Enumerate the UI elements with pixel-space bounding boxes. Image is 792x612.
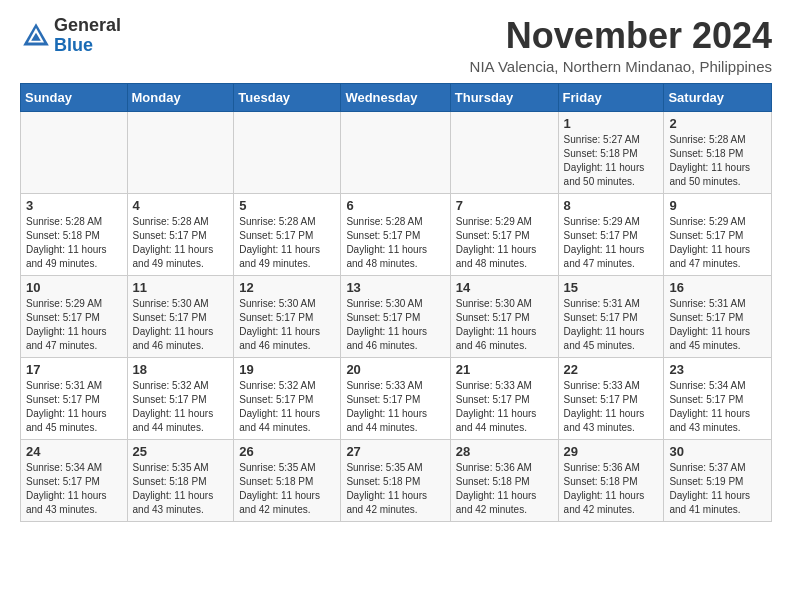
- week-row-3: 10Sunrise: 5:29 AM Sunset: 5:17 PM Dayli…: [21, 275, 772, 357]
- month-title: November 2024: [470, 16, 772, 56]
- day-cell: 2Sunrise: 5:28 AM Sunset: 5:18 PM Daylig…: [664, 111, 772, 193]
- day-cell: 22Sunrise: 5:33 AM Sunset: 5:17 PM Dayli…: [558, 357, 664, 439]
- day-info: Sunrise: 5:29 AM Sunset: 5:17 PM Dayligh…: [669, 215, 766, 271]
- day-info: Sunrise: 5:28 AM Sunset: 5:17 PM Dayligh…: [239, 215, 335, 271]
- week-row-1: 1Sunrise: 5:27 AM Sunset: 5:18 PM Daylig…: [21, 111, 772, 193]
- day-info: Sunrise: 5:31 AM Sunset: 5:17 PM Dayligh…: [564, 297, 659, 353]
- day-info: Sunrise: 5:36 AM Sunset: 5:18 PM Dayligh…: [456, 461, 553, 517]
- title-block: November 2024 NIA Valencia, Northern Min…: [470, 16, 772, 75]
- day-cell: 20Sunrise: 5:33 AM Sunset: 5:17 PM Dayli…: [341, 357, 450, 439]
- day-number: 23: [669, 362, 766, 377]
- logo-blue-text: Blue: [54, 35, 93, 55]
- day-info: Sunrise: 5:28 AM Sunset: 5:18 PM Dayligh…: [26, 215, 122, 271]
- header-tuesday: Tuesday: [234, 83, 341, 111]
- calendar-header: SundayMondayTuesdayWednesdayThursdayFrid…: [21, 83, 772, 111]
- day-cell: [450, 111, 558, 193]
- day-info: Sunrise: 5:35 AM Sunset: 5:18 PM Dayligh…: [133, 461, 229, 517]
- day-cell: [341, 111, 450, 193]
- day-number: 10: [26, 280, 122, 295]
- day-info: Sunrise: 5:29 AM Sunset: 5:17 PM Dayligh…: [26, 297, 122, 353]
- day-number: 6: [346, 198, 444, 213]
- day-cell: 21Sunrise: 5:33 AM Sunset: 5:17 PM Dayli…: [450, 357, 558, 439]
- week-row-5: 24Sunrise: 5:34 AM Sunset: 5:17 PM Dayli…: [21, 439, 772, 521]
- day-number: 4: [133, 198, 229, 213]
- day-cell: 24Sunrise: 5:34 AM Sunset: 5:17 PM Dayli…: [21, 439, 128, 521]
- day-cell: 14Sunrise: 5:30 AM Sunset: 5:17 PM Dayli…: [450, 275, 558, 357]
- day-number: 14: [456, 280, 553, 295]
- day-number: 26: [239, 444, 335, 459]
- day-cell: 11Sunrise: 5:30 AM Sunset: 5:17 PM Dayli…: [127, 275, 234, 357]
- day-info: Sunrise: 5:30 AM Sunset: 5:17 PM Dayligh…: [456, 297, 553, 353]
- calendar-body: 1Sunrise: 5:27 AM Sunset: 5:18 PM Daylig…: [21, 111, 772, 521]
- header: General Blue November 2024 NIA Valencia,…: [20, 16, 772, 75]
- day-cell: 15Sunrise: 5:31 AM Sunset: 5:17 PM Dayli…: [558, 275, 664, 357]
- day-info: Sunrise: 5:32 AM Sunset: 5:17 PM Dayligh…: [133, 379, 229, 435]
- page: General Blue November 2024 NIA Valencia,…: [0, 0, 792, 538]
- day-cell: 13Sunrise: 5:30 AM Sunset: 5:17 PM Dayli…: [341, 275, 450, 357]
- day-cell: 3Sunrise: 5:28 AM Sunset: 5:18 PM Daylig…: [21, 193, 128, 275]
- day-number: 16: [669, 280, 766, 295]
- day-info: Sunrise: 5:30 AM Sunset: 5:17 PM Dayligh…: [346, 297, 444, 353]
- calendar: SundayMondayTuesdayWednesdayThursdayFrid…: [20, 83, 772, 522]
- day-cell: [234, 111, 341, 193]
- day-info: Sunrise: 5:31 AM Sunset: 5:17 PM Dayligh…: [26, 379, 122, 435]
- header-sunday: Sunday: [21, 83, 128, 111]
- day-number: 28: [456, 444, 553, 459]
- day-number: 15: [564, 280, 659, 295]
- day-cell: 18Sunrise: 5:32 AM Sunset: 5:17 PM Dayli…: [127, 357, 234, 439]
- header-friday: Friday: [558, 83, 664, 111]
- day-number: 22: [564, 362, 659, 377]
- day-number: 8: [564, 198, 659, 213]
- day-cell: 25Sunrise: 5:35 AM Sunset: 5:18 PM Dayli…: [127, 439, 234, 521]
- header-monday: Monday: [127, 83, 234, 111]
- day-info: Sunrise: 5:32 AM Sunset: 5:17 PM Dayligh…: [239, 379, 335, 435]
- day-cell: 16Sunrise: 5:31 AM Sunset: 5:17 PM Dayli…: [664, 275, 772, 357]
- day-cell: 7Sunrise: 5:29 AM Sunset: 5:17 PM Daylig…: [450, 193, 558, 275]
- day-cell: 6Sunrise: 5:28 AM Sunset: 5:17 PM Daylig…: [341, 193, 450, 275]
- day-number: 3: [26, 198, 122, 213]
- location: NIA Valencia, Northern Mindanao, Philipp…: [470, 58, 772, 75]
- day-info: Sunrise: 5:35 AM Sunset: 5:18 PM Dayligh…: [346, 461, 444, 517]
- day-number: 19: [239, 362, 335, 377]
- day-info: Sunrise: 5:36 AM Sunset: 5:18 PM Dayligh…: [564, 461, 659, 517]
- day-cell: 12Sunrise: 5:30 AM Sunset: 5:17 PM Dayli…: [234, 275, 341, 357]
- day-number: 2: [669, 116, 766, 131]
- day-number: 1: [564, 116, 659, 131]
- day-number: 29: [564, 444, 659, 459]
- day-number: 5: [239, 198, 335, 213]
- day-cell: 30Sunrise: 5:37 AM Sunset: 5:19 PM Dayli…: [664, 439, 772, 521]
- day-number: 24: [26, 444, 122, 459]
- day-cell: 8Sunrise: 5:29 AM Sunset: 5:17 PM Daylig…: [558, 193, 664, 275]
- logo-icon: [20, 20, 52, 52]
- day-number: 21: [456, 362, 553, 377]
- logo-text: General Blue: [54, 16, 121, 56]
- day-cell: 5Sunrise: 5:28 AM Sunset: 5:17 PM Daylig…: [234, 193, 341, 275]
- day-info: Sunrise: 5:35 AM Sunset: 5:18 PM Dayligh…: [239, 461, 335, 517]
- day-cell: 9Sunrise: 5:29 AM Sunset: 5:17 PM Daylig…: [664, 193, 772, 275]
- day-cell: 17Sunrise: 5:31 AM Sunset: 5:17 PM Dayli…: [21, 357, 128, 439]
- week-row-2: 3Sunrise: 5:28 AM Sunset: 5:18 PM Daylig…: [21, 193, 772, 275]
- day-number: 25: [133, 444, 229, 459]
- header-wednesday: Wednesday: [341, 83, 450, 111]
- day-info: Sunrise: 5:29 AM Sunset: 5:17 PM Dayligh…: [564, 215, 659, 271]
- day-info: Sunrise: 5:30 AM Sunset: 5:17 PM Dayligh…: [133, 297, 229, 353]
- day-number: 30: [669, 444, 766, 459]
- header-thursday: Thursday: [450, 83, 558, 111]
- day-cell: 19Sunrise: 5:32 AM Sunset: 5:17 PM Dayli…: [234, 357, 341, 439]
- day-cell: 26Sunrise: 5:35 AM Sunset: 5:18 PM Dayli…: [234, 439, 341, 521]
- day-info: Sunrise: 5:34 AM Sunset: 5:17 PM Dayligh…: [26, 461, 122, 517]
- day-cell: 23Sunrise: 5:34 AM Sunset: 5:17 PM Dayli…: [664, 357, 772, 439]
- day-number: 13: [346, 280, 444, 295]
- day-info: Sunrise: 5:29 AM Sunset: 5:17 PM Dayligh…: [456, 215, 553, 271]
- day-info: Sunrise: 5:34 AM Sunset: 5:17 PM Dayligh…: [669, 379, 766, 435]
- day-info: Sunrise: 5:30 AM Sunset: 5:17 PM Dayligh…: [239, 297, 335, 353]
- day-info: Sunrise: 5:28 AM Sunset: 5:17 PM Dayligh…: [346, 215, 444, 271]
- day-info: Sunrise: 5:27 AM Sunset: 5:18 PM Dayligh…: [564, 133, 659, 189]
- day-cell: 28Sunrise: 5:36 AM Sunset: 5:18 PM Dayli…: [450, 439, 558, 521]
- day-number: 27: [346, 444, 444, 459]
- day-number: 9: [669, 198, 766, 213]
- day-info: Sunrise: 5:28 AM Sunset: 5:18 PM Dayligh…: [669, 133, 766, 189]
- day-cell: 10Sunrise: 5:29 AM Sunset: 5:17 PM Dayli…: [21, 275, 128, 357]
- day-number: 7: [456, 198, 553, 213]
- day-number: 11: [133, 280, 229, 295]
